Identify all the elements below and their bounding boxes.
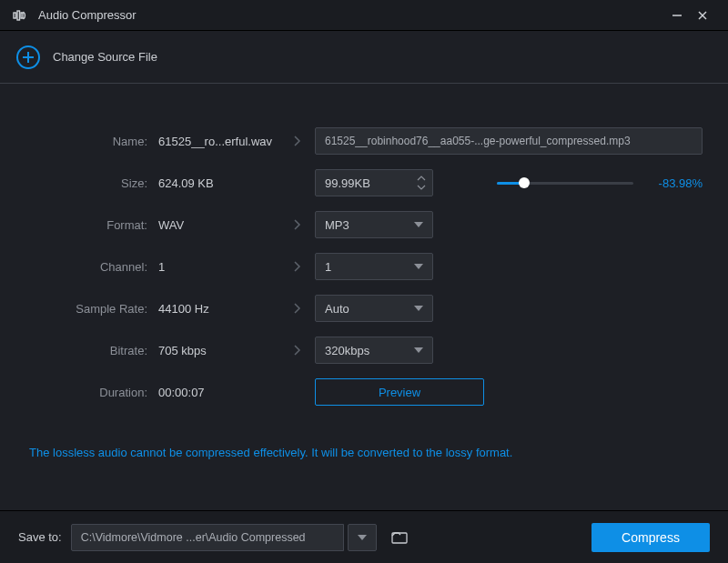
- chevron-right-icon: [292, 302, 301, 315]
- label-sample-rate: Sample Rate:: [25, 302, 158, 316]
- window-title: Audio Compressor: [38, 8, 664, 22]
- footer: Save to: C:\Vidmore\Vidmore ...er\Audio …: [0, 510, 728, 563]
- original-duration: 00:00:07: [158, 386, 278, 399]
- label-channel: Channel:: [25, 260, 158, 274]
- label-duration: Duration:: [25, 386, 158, 399]
- lossy-notice: The lossless audio cannot be compressed …: [29, 446, 703, 459]
- title-bar: Audio Compressor: [0, 0, 728, 31]
- output-name-field[interactable]: 61525__robinhood76__aa055-...ge-powerful…: [315, 127, 703, 155]
- label-size: Size:: [25, 176, 158, 190]
- save-path-field[interactable]: C:\Vidmore\Vidmore ...er\Audio Compresse…: [71, 524, 344, 551]
- size-decrease-button[interactable]: [414, 183, 429, 192]
- chevron-right-icon: [292, 218, 301, 231]
- original-bitrate: 705 kbps: [158, 344, 278, 357]
- row-size: Size: 624.09 KB 99.99KB -83.98%: [25, 162, 703, 204]
- preview-button[interactable]: Preview: [315, 378, 484, 406]
- size-slider[interactable]: [497, 176, 633, 190]
- chevron-down-icon: [414, 306, 423, 311]
- svg-marker-10: [414, 347, 423, 353]
- sample-rate-dropdown[interactable]: Auto: [315, 295, 433, 322]
- sample-rate-value: Auto: [325, 302, 349, 316]
- app-icon: [13, 9, 29, 22]
- svg-rect-0: [14, 13, 16, 18]
- close-button[interactable]: [690, 3, 715, 28]
- chevron-down-icon: [414, 222, 423, 227]
- save-path-dropdown[interactable]: [348, 524, 377, 551]
- svg-marker-7: [414, 222, 423, 227]
- svg-marker-8: [414, 264, 423, 269]
- output-size-value: 99.99KB: [325, 176, 414, 190]
- svg-marker-11: [358, 535, 367, 540]
- label-bitrate: Bitrate:: [25, 344, 158, 357]
- row-duration: Duration: 00:00:07 Preview: [25, 371, 703, 413]
- add-source-button[interactable]: [16, 45, 40, 69]
- original-size: 624.09 KB: [158, 176, 278, 190]
- output-size-stepper[interactable]: 99.99KB: [315, 169, 433, 196]
- row-format: Format: WAV MP3: [25, 204, 703, 246]
- size-increase-button[interactable]: [414, 174, 429, 183]
- save-to-label: Save to:: [18, 530, 62, 544]
- format-value: MP3: [325, 218, 349, 232]
- bitrate-dropdown[interactable]: 320kbps: [315, 337, 433, 364]
- chevron-right-icon: [292, 135, 301, 147]
- chevron-down-icon: [414, 347, 423, 353]
- channel-dropdown[interactable]: 1: [315, 253, 433, 280]
- label-name: Name:: [25, 135, 158, 148]
- chevron-right-icon: [292, 344, 301, 357]
- main-panel: Name: 61525__ro...erful.wav 61525__robin…: [0, 84, 728, 459]
- row-name: Name: 61525__ro...erful.wav 61525__robin…: [25, 120, 703, 162]
- row-bitrate: Bitrate: 705 kbps 320kbps: [25, 329, 703, 371]
- svg-marker-9: [414, 306, 423, 311]
- original-format: WAV: [158, 218, 278, 232]
- change-source-label[interactable]: Change Source File: [53, 50, 157, 64]
- size-delta: -83.98%: [648, 176, 703, 190]
- svg-rect-1: [17, 11, 20, 20]
- chevron-down-icon: [414, 264, 423, 269]
- original-channel: 1: [158, 260, 278, 274]
- chevron-right-icon: [292, 260, 301, 273]
- bitrate-value: 320kbps: [325, 344, 369, 357]
- compress-button[interactable]: Compress: [592, 523, 710, 552]
- row-channel: Channel: 1 1: [25, 246, 703, 287]
- original-sample-rate: 44100 Hz: [158, 302, 278, 316]
- original-name: 61525__ro...erful.wav: [158, 135, 278, 148]
- label-format: Format:: [25, 218, 158, 232]
- channel-value: 1: [325, 260, 331, 274]
- change-source-row: Change Source File: [0, 31, 728, 84]
- open-folder-button[interactable]: [386, 524, 415, 551]
- minimize-button[interactable]: [664, 3, 690, 28]
- format-dropdown[interactable]: MP3: [315, 211, 433, 238]
- row-sample-rate: Sample Rate: 44100 Hz Auto: [25, 287, 703, 329]
